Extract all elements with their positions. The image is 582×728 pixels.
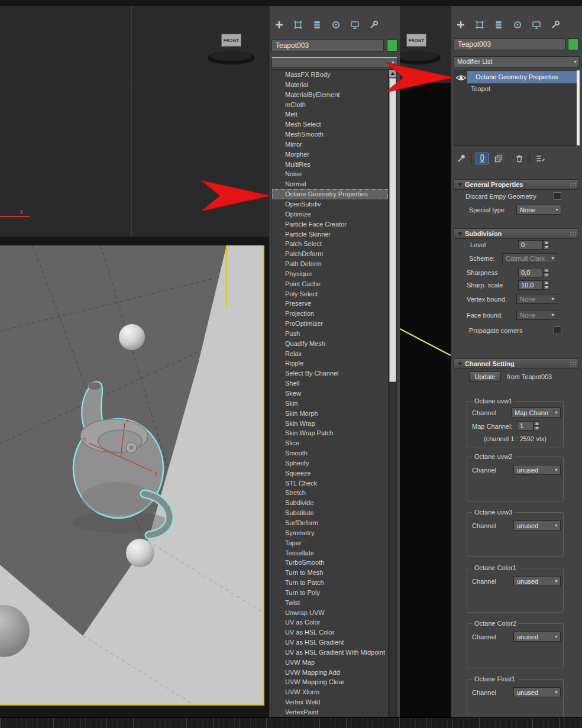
modifier-dropdown-item[interactable]: mCloth — [272, 100, 388, 110]
modifier-dropdown-item[interactable]: VertexPaint — [272, 707, 388, 717]
configure-modifier-sets-icon[interactable] — [534, 153, 547, 164]
sphere-object[interactable] — [126, 539, 154, 567]
discard-empty-geometry-checkbox[interactable] — [554, 192, 561, 200]
modifier-dropdown-item[interactable]: Particle Skinner — [272, 229, 388, 240]
uvw3-channel-dropdown[interactable]: unused▼ — [513, 520, 561, 530]
rollout-channel-setting[interactable]: Channel Setting — [454, 358, 579, 369]
modifier-dropdown-item[interactable]: OpenSubdiv — [272, 199, 388, 209]
modifier-dropdown-item[interactable]: Normal — [272, 179, 388, 189]
object-name-field[interactable]: Teapot003 — [271, 40, 384, 51]
modifier-dropdown-item[interactable]: PatchDeform — [272, 249, 388, 259]
modifier-dropdown-item[interactable]: Particle Face Creator — [272, 219, 388, 229]
sharpness-spinner[interactable]: 0,0 — [518, 268, 543, 277]
utilities-icon[interactable] — [550, 20, 561, 30]
modifier-dropdown-item[interactable]: SurfDeform — [272, 518, 388, 528]
modify-icon[interactable] — [474, 20, 485, 30]
vertex-bound-dropdown[interactable]: None▼ — [516, 294, 557, 304]
display-icon[interactable] — [531, 20, 542, 30]
viewport-dark-fragment[interactable] — [400, 83, 451, 717]
map-channel-spinner[interactable]: 1 — [517, 421, 534, 431]
sharp-scale-spinner[interactable]: 10,0 — [518, 280, 543, 290]
make-unique-icon[interactable] — [492, 153, 505, 164]
modifier-dropdown-item[interactable]: Noise — [272, 169, 388, 179]
modifier-dropdown-item[interactable]: Point Cache — [272, 279, 388, 289]
viewport-perspective[interactable]: Y X Z — [0, 245, 264, 706]
modifier-dropdown-item[interactable]: Select By Channel — [272, 368, 388, 378]
dropdown-scrollbar[interactable] — [389, 69, 397, 717]
modifier-list-combo[interactable]: Modifier List ▼ — [454, 56, 580, 67]
modifier-dropdown-item[interactable]: Stretch — [272, 488, 388, 498]
modifier-dropdown-item[interactable]: UV as HSL Gradient With Midpoint — [272, 648, 388, 658]
viewport-front-fragment[interactable]: FRONT — [400, 6, 451, 83]
uvw1-channel-dropdown[interactable]: Map Chann▼ — [511, 407, 561, 418]
hierarchy-icon[interactable] — [312, 20, 322, 30]
eye-icon[interactable] — [455, 73, 467, 81]
modifier-dropdown-item[interactable]: TurboSmooth — [272, 558, 388, 568]
modifier-dropdown-item[interactable]: Turn to Patch — [272, 578, 388, 588]
viewport-label-front[interactable]: FRONT — [221, 34, 241, 47]
motion-icon[interactable] — [331, 20, 341, 30]
float1-channel-dropdown[interactable]: unused▼ — [513, 687, 561, 697]
modifier-dropdown-item[interactable]: UVW Mapping Clear — [272, 677, 388, 687]
modifier-dropdown-item[interactable]: Optimize — [272, 209, 388, 219]
modifier-list-combo-open[interactable]: ▼ — [271, 57, 397, 68]
display-icon[interactable] — [350, 20, 360, 30]
modifier-dropdown-item[interactable]: Octane Geometry Properties — [272, 189, 388, 199]
modifier-dropdown-item[interactable]: Physique — [272, 269, 388, 279]
modifier-dropdown-item[interactable]: Turn to Poly — [272, 588, 388, 598]
modifier-dropdown-item[interactable]: Tessellate — [272, 548, 388, 558]
map-channel-spinner-arrows[interactable] — [534, 421, 540, 431]
modifier-dropdown-item[interactable]: Push — [272, 329, 388, 339]
modifier-dropdown-item[interactable]: STL Check — [272, 478, 388, 488]
modifier-dropdown-item[interactable]: Poly Select — [272, 289, 388, 299]
scrollbar-thumb[interactable] — [389, 78, 396, 382]
modifier-dropdown-item[interactable]: Ripple — [272, 358, 388, 368]
modifier-dropdown-item[interactable]: Quadify Mesh — [272, 339, 388, 349]
uvw2-channel-dropdown[interactable]: unused▼ — [513, 465, 561, 475]
motion-icon[interactable] — [512, 20, 523, 30]
teapot-front-silhouette[interactable] — [208, 51, 255, 64]
sphere-object[interactable] — [119, 324, 145, 350]
modifier-dropdown-item[interactable]: Patch Select — [272, 239, 388, 249]
modifier-dropdown-item[interactable]: Shell — [272, 378, 388, 389]
modifier-dropdown-item[interactable]: Material — [272, 80, 388, 90]
modifier-dropdown-item[interactable]: Mesh Select — [272, 119, 388, 130]
level-spinner-arrows[interactable] — [543, 240, 549, 250]
modifier-dropdown-item[interactable]: MassFX RBody — [272, 70, 388, 80]
modifier-dropdown-item[interactable]: Projection — [272, 309, 388, 319]
modifier-dropdown-item[interactable]: Spherify — [272, 458, 388, 468]
modifier-dropdown-item[interactable]: UVW Map — [272, 658, 388, 668]
modifier-dropdown-item[interactable]: Taper — [272, 538, 388, 548]
level-spinner[interactable]: 0 — [518, 240, 543, 250]
modifier-dropdown-item[interactable]: Morpher — [272, 150, 388, 160]
modifier-dropdown-item[interactable]: Unwrap UVW — [272, 608, 388, 618]
propagate-corners-checkbox[interactable] — [554, 326, 561, 334]
pin-stack-icon[interactable] — [455, 153, 468, 164]
color2-channel-dropdown[interactable]: unused▼ — [513, 632, 561, 642]
modifier-dropdown-item[interactable]: MaterialByElement — [272, 90, 388, 100]
object-color-swatch[interactable] — [387, 40, 397, 51]
sharpness-spinner-arrows[interactable] — [543, 268, 549, 277]
modifier-dropdown-item[interactable]: Path Deform — [272, 259, 388, 269]
modifier-dropdown-item[interactable]: Squeeze — [272, 468, 388, 478]
update-button[interactable]: Update — [469, 371, 501, 382]
modifier-dropdown-item[interactable]: Subdivide — [272, 498, 388, 508]
modifier-dropdown-item[interactable]: Skew — [272, 389, 388, 399]
modifier-dropdown-item[interactable]: UV as Color — [272, 617, 388, 627]
modifier-dropdown-item[interactable]: Twist — [272, 598, 388, 608]
modifier-dropdown-item[interactable]: UV as HSL Color — [272, 627, 388, 638]
viewport-front[interactable]: z FRONT — [0, 6, 269, 237]
scheme-dropdown[interactable]: Catmull Clark▼ — [502, 253, 557, 263]
sharp-scale-spinner-arrows[interactable] — [543, 280, 549, 290]
modifier-dropdown-item[interactable]: Melt — [272, 109, 388, 119]
scroll-up-arrow-icon[interactable] — [389, 70, 396, 77]
remove-modifier-icon[interactable] — [513, 153, 526, 164]
create-icon[interactable] — [274, 20, 284, 30]
modifier-dropdown-item[interactable]: ProOptimizer — [272, 319, 388, 329]
stack-item-octane-geometry-properties[interactable]: Octane Geometry Properties — [467, 71, 577, 83]
modifier-dropdown-item[interactable]: Smooth — [272, 448, 388, 458]
utilities-icon[interactable] — [368, 20, 379, 30]
stack-item-teapot[interactable]: Teapot — [454, 83, 577, 94]
modify-icon[interactable] — [293, 20, 303, 30]
modifier-dropdown-item[interactable]: Skin Wrap — [272, 419, 388, 429]
